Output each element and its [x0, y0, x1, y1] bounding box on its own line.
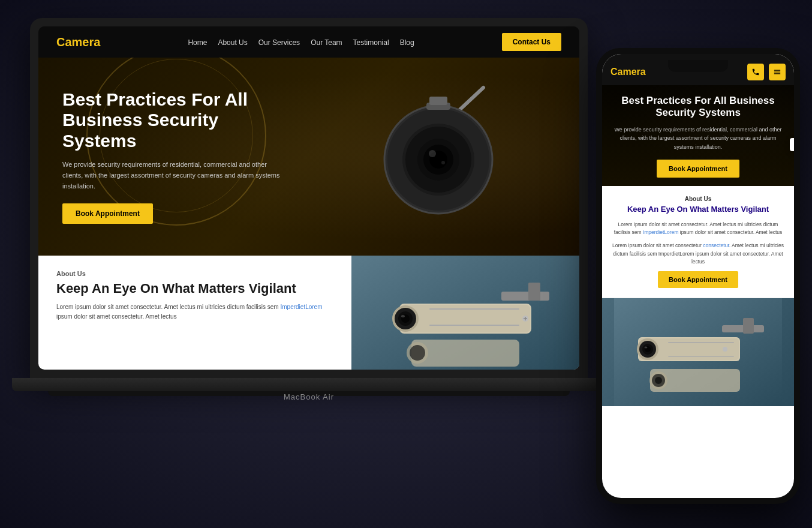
laptop-base	[12, 378, 606, 391]
phone-hero-subtitle: We provide security requirements of resi…	[610, 125, 786, 151]
svg-point-8	[429, 150, 436, 157]
hero-content: Best Practices For All Business Security…	[38, 89, 308, 224]
svg-rect-16	[528, 283, 540, 301]
about-text: About Us Keep An Eye On What Matters Vig…	[38, 256, 351, 370]
about-description: Lorem ipsum dolor sit amet consectetur. …	[56, 302, 333, 322]
phone-about-title: Keep An Eye On What Matters Vigilant	[610, 205, 786, 215]
hero-subtitle: We provide security requirements of resi…	[62, 160, 284, 191]
laptop-device: Camera Home About Us Our Services Our Te…	[30, 18, 606, 510]
rtl-toggle[interactable]: RTL	[790, 138, 794, 151]
laptop-screen: Camera Home About Us Our Services Our Te…	[38, 26, 579, 370]
nav-item-blog[interactable]: Blog	[400, 37, 414, 47]
about-title: Keep An Eye On What Matters Vigilant	[56, 281, 333, 296]
phone-about-link1[interactable]: ImperdietLorem	[643, 229, 679, 235]
phone-hero: Best Practices For All Business Security…	[602, 85, 794, 186]
svg-rect-38	[743, 318, 754, 334]
svg-rect-32	[774, 70, 781, 71]
phone-camera-image	[602, 298, 794, 406]
nav-links: Home About Us Our Services Our Team Test…	[188, 37, 414, 47]
phone-hero-book-button[interactable]: Book Appointment	[657, 160, 739, 178]
svg-point-45	[645, 346, 648, 348]
about-label: About Us	[56, 270, 333, 277]
svg-rect-12	[429, 97, 447, 105]
svg-rect-34	[774, 73, 781, 74]
nav-item-testimonial[interactable]: Testimonial	[353, 37, 389, 47]
about-desc-link1[interactable]: ImperdietLorem	[280, 304, 322, 310]
phone-menu-button[interactable]	[769, 64, 786, 80]
laptop-about-section: About Us Keep An Eye On What Matters Vig…	[38, 256, 579, 370]
hero-title: Best Practices For All Business Security…	[62, 89, 284, 152]
svg-rect-24	[429, 308, 519, 310]
svg-point-48	[723, 347, 727, 352]
laptop-body: Camera Home About Us Our Services Our Te…	[30, 18, 588, 378]
phone-logo: Camera	[610, 67, 646, 77]
phone-screen: Camera	[602, 54, 794, 498]
svg-rect-25	[429, 325, 519, 326]
dome-camera-image	[363, 70, 531, 238]
phone-about-desc1: Lorem ipsum dolor sit amet consectetur. …	[610, 221, 786, 237]
nav-item-team[interactable]: Our Team	[311, 37, 342, 47]
svg-rect-33	[774, 71, 781, 72]
phone-about-desc2: Lorem ipsum dolor sit amet consectetur c…	[610, 242, 786, 266]
svg-rect-46	[668, 342, 734, 343]
scene: Camera Home About Us Our Services Our Te…	[0, 0, 812, 528]
phone-about-label: About Us	[610, 196, 786, 202]
phone-device: Camera	[596, 48, 800, 504]
phone-about-section: About Us Keep An Eye On What Matters Vig…	[602, 186, 794, 298]
about-camera-image	[351, 256, 579, 370]
svg-rect-15	[501, 292, 549, 301]
phone-notch	[668, 60, 728, 72]
laptop-hero: Best Practices For All Business Security…	[38, 58, 579, 256]
laptop-model-label: MacBook Air	[240, 392, 378, 401]
phone-about-link2[interactable]: consectetur	[703, 242, 729, 248]
svg-point-9	[441, 161, 445, 164]
nav-item-about[interactable]: About Us	[218, 37, 247, 47]
contact-button[interactable]: Contact Us	[502, 33, 561, 51]
svg-point-31	[410, 345, 425, 361]
laptop-nav: Camera Home About Us Our Services Our Te…	[38, 26, 579, 58]
laptop-logo: Camera	[56, 35, 100, 49]
about-desc-text2: ipsum dolor sit amet consectetur. Amet l…	[56, 313, 177, 320]
nav-item-home[interactable]: Home	[188, 37, 207, 47]
phone-call-button[interactable]	[747, 64, 764, 80]
phone-nav-icons	[747, 64, 786, 80]
svg-point-52	[655, 377, 662, 384]
svg-rect-47	[668, 356, 734, 357]
svg-point-23	[401, 315, 405, 317]
nav-item-services[interactable]: Our Services	[258, 37, 300, 47]
phone-about-book-button[interactable]: Book Appointment	[658, 271, 738, 288]
phone-hero-title: Best Practices For All Business Security…	[610, 95, 786, 119]
about-desc-text1: Lorem ipsum dolor sit amet consectetur. …	[56, 304, 280, 310]
hero-book-button[interactable]: Book Appointment	[62, 203, 153, 224]
